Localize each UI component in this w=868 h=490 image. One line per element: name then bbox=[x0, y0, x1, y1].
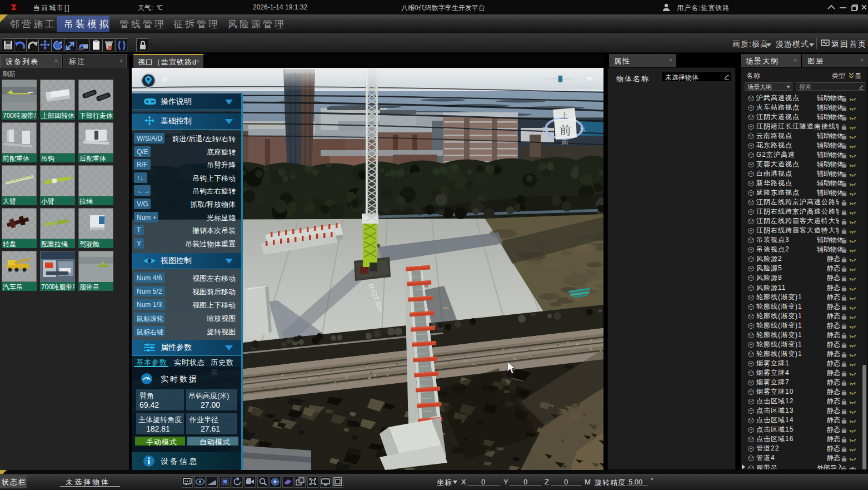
svg-text:南: 南 bbox=[562, 138, 568, 145]
svg-text:上: 上 bbox=[560, 111, 568, 120]
svg-text:东: 东 bbox=[579, 125, 586, 133]
svg-text:前: 前 bbox=[560, 123, 571, 136]
svg-text:西: 西 bbox=[542, 126, 549, 134]
